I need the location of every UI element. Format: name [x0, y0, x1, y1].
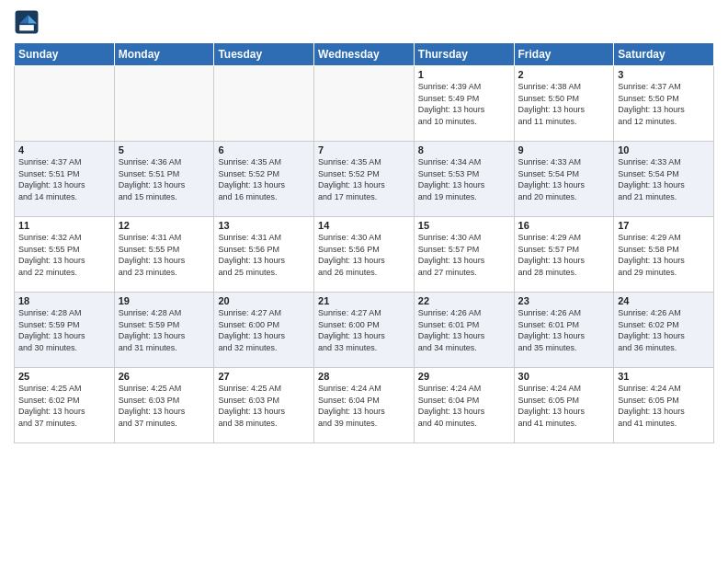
day-number: 1 [418, 69, 510, 80]
page: SundayMondayTuesdayWednesdayThursdayFrid… [0, 0, 728, 563]
calendar-cell: 17Sunrise: 4:29 AM Sunset: 5:58 PM Dayli… [614, 217, 714, 293]
calendar-cell: 7Sunrise: 4:35 AM Sunset: 5:52 PM Daylig… [314, 142, 415, 217]
weekday-header: Monday [114, 43, 214, 66]
calendar-cell: 6Sunrise: 4:35 AM Sunset: 5:52 PM Daylig… [214, 142, 314, 217]
day-info: Sunrise: 4:38 AM Sunset: 5:50 PM Dayligh… [518, 81, 610, 127]
svg-rect-3 [19, 25, 34, 30]
day-number: 13 [218, 220, 310, 231]
day-number: 15 [418, 220, 510, 231]
calendar-cell: 5Sunrise: 4:36 AM Sunset: 5:51 PM Daylig… [114, 142, 214, 217]
day-info: Sunrise: 4:31 AM Sunset: 5:55 PM Dayligh… [119, 232, 210, 278]
day-info: Sunrise: 4:25 AM Sunset: 6:03 PM Dayligh… [119, 383, 210, 429]
calendar-cell: 14Sunrise: 4:30 AM Sunset: 5:56 PM Dayli… [314, 217, 415, 293]
day-number: 28 [318, 371, 410, 382]
day-info: Sunrise: 4:25 AM Sunset: 6:03 PM Dayligh… [218, 383, 310, 429]
day-number: 7 [318, 144, 410, 155]
day-number: 25 [18, 371, 110, 382]
calendar-week-row: 18Sunrise: 4:28 AM Sunset: 5:59 PM Dayli… [15, 293, 714, 368]
calendar-cell: 16Sunrise: 4:29 AM Sunset: 5:57 PM Dayli… [514, 217, 614, 293]
calendar-cell: 13Sunrise: 4:31 AM Sunset: 5:56 PM Dayli… [214, 217, 314, 293]
day-info: Sunrise: 4:36 AM Sunset: 5:51 PM Dayligh… [119, 156, 210, 202]
calendar-cell: 26Sunrise: 4:25 AM Sunset: 6:03 PM Dayli… [114, 368, 214, 443]
day-number: 17 [618, 220, 710, 231]
day-info: Sunrise: 4:28 AM Sunset: 5:59 PM Dayligh… [119, 307, 210, 353]
day-number: 3 [618, 69, 710, 80]
calendar-cell: 19Sunrise: 4:28 AM Sunset: 5:59 PM Dayli… [114, 293, 214, 368]
calendar-cell: 30Sunrise: 4:24 AM Sunset: 6:05 PM Dayli… [514, 368, 614, 443]
day-number: 26 [119, 371, 210, 382]
day-number: 23 [518, 295, 610, 306]
day-info: Sunrise: 4:25 AM Sunset: 6:02 PM Dayligh… [18, 383, 110, 429]
day-number: 21 [318, 295, 410, 306]
weekday-header: Wednesday [314, 43, 415, 66]
calendar-cell: 2Sunrise: 4:38 AM Sunset: 5:50 PM Daylig… [514, 66, 614, 142]
day-number: 9 [518, 144, 610, 155]
day-info: Sunrise: 4:34 AM Sunset: 5:53 PM Dayligh… [418, 156, 510, 202]
day-info: Sunrise: 4:33 AM Sunset: 5:54 PM Dayligh… [518, 156, 610, 202]
day-number: 8 [418, 144, 510, 155]
day-number: 2 [518, 69, 610, 80]
calendar-cell [114, 66, 214, 142]
day-info: Sunrise: 4:29 AM Sunset: 5:57 PM Dayligh… [518, 232, 610, 278]
calendar-cell: 29Sunrise: 4:24 AM Sunset: 6:04 PM Dayli… [414, 368, 514, 443]
calendar-cell: 27Sunrise: 4:25 AM Sunset: 6:03 PM Dayli… [214, 368, 314, 443]
day-number: 11 [18, 220, 110, 231]
day-number: 20 [218, 295, 310, 306]
weekday-header: Sunday [15, 43, 115, 66]
calendar-cell: 25Sunrise: 4:25 AM Sunset: 6:02 PM Dayli… [15, 368, 115, 443]
day-number: 14 [318, 220, 410, 231]
day-info: Sunrise: 4:29 AM Sunset: 5:58 PM Dayligh… [618, 232, 710, 278]
logo [14, 9, 43, 35]
day-info: Sunrise: 4:26 AM Sunset: 6:01 PM Dayligh… [418, 307, 510, 353]
day-info: Sunrise: 4:39 AM Sunset: 5:49 PM Dayligh… [418, 81, 510, 127]
weekday-header: Friday [514, 43, 614, 66]
calendar-cell: 15Sunrise: 4:30 AM Sunset: 5:57 PM Dayli… [414, 217, 514, 293]
day-info: Sunrise: 4:37 AM Sunset: 5:51 PM Dayligh… [18, 156, 110, 202]
day-info: Sunrise: 4:26 AM Sunset: 6:01 PM Dayligh… [518, 307, 610, 353]
calendar-cell [214, 66, 314, 142]
calendar-cell [314, 66, 415, 142]
weekday-header: Thursday [414, 43, 514, 66]
calendar-cell: 31Sunrise: 4:24 AM Sunset: 6:05 PM Dayli… [614, 368, 714, 443]
calendar-week-row: 11Sunrise: 4:32 AM Sunset: 5:55 PM Dayli… [15, 217, 714, 293]
calendar-cell: 21Sunrise: 4:27 AM Sunset: 6:00 PM Dayli… [314, 293, 415, 368]
day-info: Sunrise: 4:24 AM Sunset: 6:05 PM Dayligh… [518, 383, 610, 429]
day-info: Sunrise: 4:24 AM Sunset: 6:04 PM Dayligh… [318, 383, 410, 429]
day-number: 22 [418, 295, 510, 306]
day-number: 31 [618, 371, 710, 382]
calendar-week-row: 25Sunrise: 4:25 AM Sunset: 6:02 PM Dayli… [15, 368, 714, 443]
day-number: 4 [18, 144, 110, 155]
weekday-header: Tuesday [214, 43, 314, 66]
calendar-cell: 12Sunrise: 4:31 AM Sunset: 5:55 PM Dayli… [114, 217, 214, 293]
calendar-cell: 11Sunrise: 4:32 AM Sunset: 5:55 PM Dayli… [15, 217, 115, 293]
day-number: 30 [518, 371, 610, 382]
calendar-cell: 4Sunrise: 4:37 AM Sunset: 5:51 PM Daylig… [15, 142, 115, 217]
calendar-cell: 8Sunrise: 4:34 AM Sunset: 5:53 PM Daylig… [414, 142, 514, 217]
day-info: Sunrise: 4:24 AM Sunset: 6:05 PM Dayligh… [618, 383, 710, 429]
day-info: Sunrise: 4:33 AM Sunset: 5:54 PM Dayligh… [618, 156, 710, 202]
calendar-cell: 24Sunrise: 4:26 AM Sunset: 6:02 PM Dayli… [614, 293, 714, 368]
day-info: Sunrise: 4:30 AM Sunset: 5:56 PM Dayligh… [318, 232, 410, 278]
day-number: 10 [618, 144, 710, 155]
calendar-cell: 20Sunrise: 4:27 AM Sunset: 6:00 PM Dayli… [214, 293, 314, 368]
calendar-cell: 18Sunrise: 4:28 AM Sunset: 5:59 PM Dayli… [15, 293, 115, 368]
calendar-cell: 22Sunrise: 4:26 AM Sunset: 6:01 PM Dayli… [414, 293, 514, 368]
day-info: Sunrise: 4:27 AM Sunset: 6:00 PM Dayligh… [318, 307, 410, 353]
calendar-header-row: SundayMondayTuesdayWednesdayThursdayFrid… [15, 43, 714, 66]
header [14, 9, 714, 35]
calendar-cell [15, 66, 115, 142]
calendar-cell: 28Sunrise: 4:24 AM Sunset: 6:04 PM Dayli… [314, 368, 415, 443]
calendar-week-row: 4Sunrise: 4:37 AM Sunset: 5:51 PM Daylig… [15, 142, 714, 217]
day-info: Sunrise: 4:30 AM Sunset: 5:57 PM Dayligh… [418, 232, 510, 278]
day-info: Sunrise: 4:32 AM Sunset: 5:55 PM Dayligh… [18, 232, 110, 278]
calendar-cell: 9Sunrise: 4:33 AM Sunset: 5:54 PM Daylig… [514, 142, 614, 217]
calendar-cell: 23Sunrise: 4:26 AM Sunset: 6:01 PM Dayli… [514, 293, 614, 368]
calendar-cell: 10Sunrise: 4:33 AM Sunset: 5:54 PM Dayli… [614, 142, 714, 217]
calendar-cell: 3Sunrise: 4:37 AM Sunset: 5:50 PM Daylig… [614, 66, 714, 142]
calendar-week-row: 1Sunrise: 4:39 AM Sunset: 5:49 PM Daylig… [15, 66, 714, 142]
day-number: 6 [218, 144, 310, 155]
day-info: Sunrise: 4:26 AM Sunset: 6:02 PM Dayligh… [618, 307, 710, 353]
day-info: Sunrise: 4:37 AM Sunset: 5:50 PM Dayligh… [618, 81, 710, 127]
day-info: Sunrise: 4:31 AM Sunset: 5:56 PM Dayligh… [218, 232, 310, 278]
day-info: Sunrise: 4:28 AM Sunset: 5:59 PM Dayligh… [18, 307, 110, 353]
